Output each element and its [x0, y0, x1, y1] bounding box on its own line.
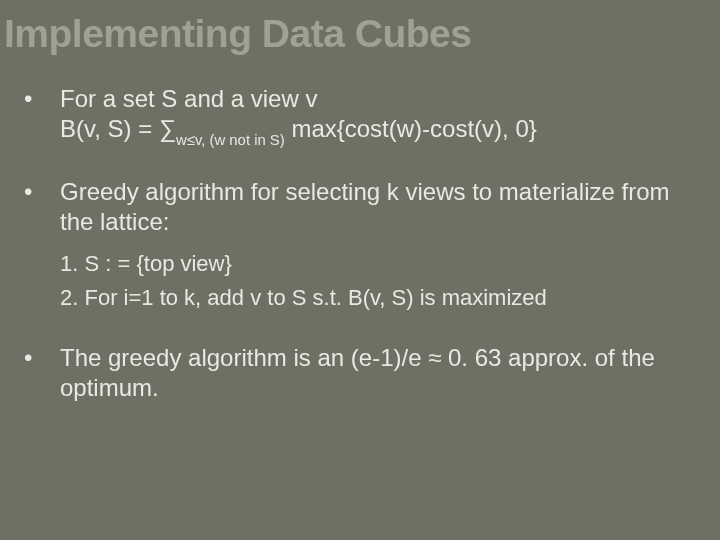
bullet-2-text: Greedy algorithm for selecting k views t…: [60, 178, 670, 235]
slide: Implementing Data Cubes For a set S and …: [0, 0, 720, 540]
bullet-2-step-1: 1. S : = {top view}: [60, 249, 696, 279]
bullet-1-formula-pre: B(v, S) = ∑: [60, 115, 176, 142]
bullet-1-formula-sub: w≤v, (w not in S): [176, 132, 285, 148]
bullet-list: For a set S and a view v B(v, S) = ∑w≤v,…: [24, 84, 696, 403]
bullet-1-formula-post: max{cost(w)-cost(v), 0}: [285, 115, 537, 142]
bullet-2: Greedy algorithm for selecting k views t…: [24, 177, 696, 312]
bullet-3: The greedy algorithm is an (e-1)/e ≈ 0. …: [24, 343, 696, 403]
bullet-2-step-2: 2. For i=1 to k, add v to S s.t. B(v, S)…: [60, 283, 696, 313]
bullet-3-text: The greedy algorithm is an (e-1)/e ≈ 0. …: [60, 344, 655, 401]
bullet-1: For a set S and a view v B(v, S) = ∑w≤v,…: [24, 84, 696, 147]
slide-title: Implementing Data Cubes: [4, 12, 696, 56]
bullet-2-steps: 1. S : = {top view} 2. For i=1 to k, add…: [60, 249, 696, 312]
bullet-1-line1: For a set S and a view v: [60, 85, 317, 112]
